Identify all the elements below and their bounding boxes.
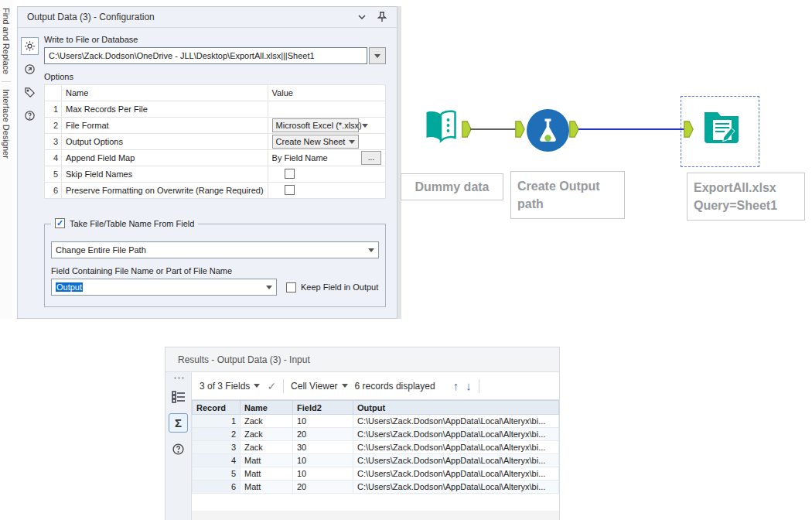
- tab-configuration[interactable]: [21, 37, 39, 55]
- record-cell[interactable]: 3: [193, 441, 241, 454]
- tab-help[interactable]: [21, 107, 39, 125]
- name-cell[interactable]: Zack: [241, 428, 293, 441]
- row-number: 1: [45, 101, 62, 118]
- data-view-button[interactable]: [169, 387, 188, 406]
- option-name[interactable]: File Format: [62, 118, 268, 134]
- results-column-header[interactable]: Record: [193, 401, 241, 415]
- option-name[interactable]: Output Options: [62, 134, 268, 150]
- value-text: By Field Name: [272, 153, 328, 162]
- option-name[interactable]: Max Records Per File: [62, 101, 268, 118]
- tab-annotation[interactable]: [21, 84, 39, 101]
- pin-icon: [377, 12, 387, 22]
- apply-check-icon[interactable]: ✓: [267, 380, 276, 392]
- panel-splitter[interactable]: [397, 6, 401, 319]
- results-table: RecordNameField2Output 1Zack10C:\Users\Z…: [192, 400, 559, 494]
- tool-annotation[interactable]: ExportAll.xlsx Query=Sheet1: [687, 173, 805, 221]
- connection-wire[interactable]: [578, 128, 685, 130]
- metadata-view-button[interactable]: Σ: [169, 413, 188, 433]
- horizontal-scrollbar[interactable]: [192, 511, 559, 520]
- toolbar-separator: [283, 379, 284, 393]
- docked-tab-0[interactable]: Find and Replace: [2, 8, 11, 74]
- field-name-select[interactable]: Output: [51, 279, 277, 296]
- connection-wire[interactable]: [470, 128, 517, 130]
- option-name[interactable]: Preserve Formatting on Overwrite (Range …: [62, 183, 268, 199]
- input-anchor[interactable]: [684, 121, 694, 139]
- value-dropdown[interactable]: Microsoft Excel (*.xlsx): [272, 118, 359, 132]
- output-data-folder-icon: [701, 105, 742, 147]
- tab-navigation[interactable]: [21, 60, 39, 78]
- name-cell[interactable]: Matt: [241, 454, 293, 467]
- take-filename-checkbox[interactable]: ✓: [55, 218, 65, 228]
- name-cell[interactable]: Matt: [241, 467, 293, 481]
- value-dropdown[interactable]: Create New Sheet: [272, 135, 359, 149]
- field2-cell[interactable]: 20: [293, 481, 353, 494]
- option-name[interactable]: Skip Field Names: [62, 166, 268, 183]
- chevron-down-icon: [368, 248, 374, 252]
- cell-viewer-dropdown[interactable]: Cell Viewer: [291, 381, 347, 392]
- value-checkbox[interactable]: [285, 169, 295, 179]
- chevron-down-icon: [358, 15, 366, 19]
- output-data-tool[interactable]: [701, 105, 742, 149]
- ellipsis-button[interactable]: ...: [361, 151, 381, 165]
- next-record-button[interactable]: ↓: [466, 379, 472, 392]
- results-column-header[interactable]: Output: [353, 401, 559, 415]
- name-cell[interactable]: Matt: [241, 481, 293, 494]
- record-cell[interactable]: 5: [193, 467, 241, 481]
- name-cell[interactable]: Zack: [241, 415, 293, 428]
- results-column-header[interactable]: Name: [241, 401, 293, 415]
- field-name-value: Output: [56, 282, 83, 292]
- results-help-button[interactable]: [169, 440, 188, 459]
- results-panel: Results - Output Data (3) - Input Σ 3 of…: [165, 347, 560, 520]
- options-row: 6Preserve Formatting on Overwrite (Range…: [45, 183, 386, 199]
- output-anchor[interactable]: [569, 121, 579, 139]
- results-column-header[interactable]: Field2: [293, 401, 353, 415]
- field2-cell[interactable]: 10: [293, 415, 353, 428]
- option-name[interactable]: Append Field Map: [62, 150, 268, 166]
- file-path-dropdown-button[interactable]: [369, 47, 386, 64]
- file-path-input[interactable]: C:\Users\Zack.Dodson\OneDrive - JLL\Desk…: [44, 47, 367, 64]
- drag-grip-icon[interactable]: [173, 376, 184, 380]
- value-checkbox[interactable]: [285, 185, 295, 195]
- fields-dropdown[interactable]: 3 of 3 Fields: [200, 381, 260, 392]
- annotation-text: path: [517, 195, 618, 213]
- pin-button[interactable]: [375, 10, 389, 24]
- record-cell[interactable]: 1: [193, 415, 241, 428]
- record-cell[interactable]: 6: [193, 481, 241, 494]
- output-anchor[interactable]: [462, 121, 472, 139]
- output-cell[interactable]: C:\Users\Zack.Dodson\AppData\Local\Alter…: [353, 415, 559, 428]
- table-row: 5Matt10C:\Users\Zack.Dodson\AppData\Loca…: [193, 467, 559, 481]
- docked-tab-1[interactable]: Interface Designer: [2, 81, 11, 159]
- row-number: 4: [45, 150, 62, 166]
- keep-field-label: Keep Field in Output: [301, 282, 378, 292]
- tool-annotation[interactable]: Dummy data: [401, 173, 503, 200]
- text-input-tool[interactable]: [421, 107, 461, 149]
- input-anchor[interactable]: [515, 121, 525, 139]
- name-cell[interactable]: Zack: [241, 441, 293, 454]
- tool-annotation[interactable]: Create Output path: [510, 171, 625, 219]
- output-cell[interactable]: C:\Users\Zack.Dodson\AppData\Local\Alter…: [353, 441, 559, 454]
- file-path-mode-select[interactable]: Change Entire File Path: [51, 241, 379, 258]
- output-cell[interactable]: C:\Users\Zack.Dodson\AppData\Local\Alter…: [353, 454, 559, 467]
- field2-cell[interactable]: 30: [293, 441, 353, 454]
- field2-cell[interactable]: 10: [293, 454, 353, 467]
- gear-icon: [24, 40, 36, 52]
- field2-cell[interactable]: 20: [293, 428, 353, 441]
- record-cell[interactable]: 2: [193, 428, 241, 441]
- table-row: 4Matt10C:\Users\Zack.Dodson\AppData\Loca…: [193, 454, 559, 467]
- collapse-button[interactable]: [355, 10, 369, 24]
- sigma-icon: Σ: [175, 416, 182, 429]
- keep-field-checkbox[interactable]: [286, 282, 296, 292]
- field-containing-label: Field Containing File Name or Part of Fi…: [51, 266, 379, 275]
- options-corner-header: [45, 85, 62, 101]
- record-cell[interactable]: 4: [193, 454, 241, 467]
- output-cell[interactable]: C:\Users\Zack.Dodson\AppData\Local\Alter…: [353, 428, 559, 441]
- results-rail: Σ: [165, 372, 191, 520]
- row-number: 5: [45, 166, 62, 183]
- options-row: 1Max Records Per File: [45, 101, 386, 118]
- table-row: 2Zack20C:\Users\Zack.Dodson\AppData\Loca…: [193, 428, 559, 441]
- output-cell[interactable]: C:\Users\Zack.Dodson\AppData\Local\Alter…: [353, 467, 559, 481]
- field2-cell[interactable]: 10: [293, 467, 353, 481]
- formula-tool[interactable]: [526, 108, 570, 154]
- previous-record-button[interactable]: ↑: [453, 379, 459, 392]
- output-cell[interactable]: C:\Users\Zack.Dodson\AppData\Local\Alter…: [353, 481, 559, 494]
